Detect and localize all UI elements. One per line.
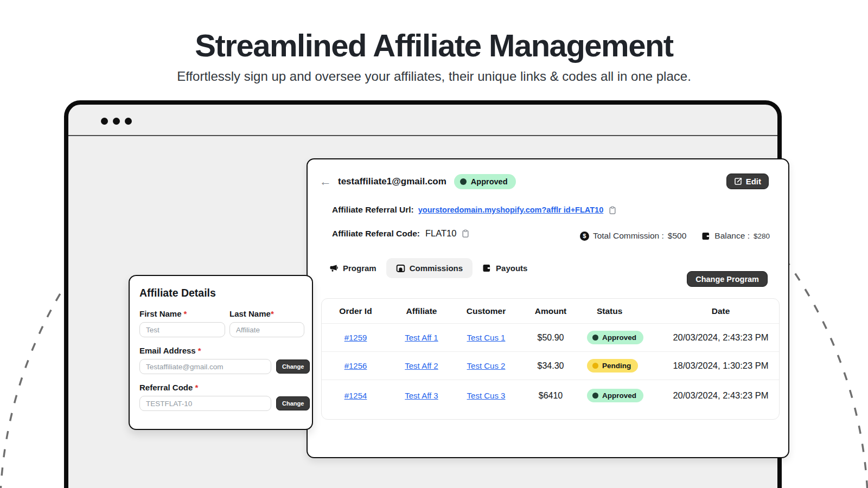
back-arrow-icon[interactable]: ← <box>320 176 331 188</box>
edit-button[interactable]: Edit <box>726 174 769 189</box>
order-id-link[interactable]: #1254 <box>344 391 367 400</box>
affiliate-detail-panel: ← testaffiliate1@gmail.com Approved Edit… <box>307 158 789 458</box>
commissions-table: Order Id Affiliate Customer Amount Statu… <box>321 298 780 420</box>
megaphone-icon <box>329 264 339 273</box>
required-asterisk: * <box>271 309 274 318</box>
email-field[interactable] <box>139 359 271 374</box>
column-header-date: Date <box>661 306 780 316</box>
table-header-row: Order Id Affiliate Customer Amount Statu… <box>322 299 779 324</box>
customer-link[interactable]: Test Cus 2 <box>467 361 506 370</box>
column-header-order-id: Order Id <box>322 306 390 316</box>
referral-code-field[interactable] <box>139 396 271 411</box>
referral-url-row: Affiliate Referral Url: yourstoredomain.… <box>332 205 617 215</box>
customer-link[interactable]: Test Cus 3 <box>467 391 506 400</box>
date-value: 20/03/2024, 2:43:23 PM <box>661 332 780 343</box>
copy-code-icon[interactable] <box>461 229 470 238</box>
status-badge-label: Approved <box>471 177 508 186</box>
column-header-amount: Amount <box>519 306 583 316</box>
wallet-icon <box>482 264 492 272</box>
status-dot-icon <box>592 393 598 399</box>
date-value: 18/03/2024, 1:30:23 PM <box>661 361 780 371</box>
title-bar-divider <box>68 135 777 136</box>
referral-code-form-label: Referral Code* <box>139 383 302 392</box>
referral-url-label: Affiliate Referral Url: <box>332 205 414 215</box>
status-dot-icon <box>592 363 598 369</box>
change-email-button[interactable]: Change <box>276 359 310 374</box>
status-badge-label: Pending <box>602 362 631 370</box>
status-badge: Approved <box>587 389 643 402</box>
balance-stat: Balance :$280 <box>701 231 770 241</box>
table-row: #1259 Test Aff 1 Test Cus 1 $50.90 Appro… <box>322 324 779 352</box>
total-commission-stat: $ Total Commission : $500 <box>580 231 686 241</box>
status-dot-icon <box>460 178 467 185</box>
affiliate-email: testaffiliate1@gmail.com <box>338 176 446 187</box>
affiliate-link[interactable]: Test Aff 3 <box>405 391 438 400</box>
referral-code-field-row: Change <box>139 396 302 411</box>
date-value: 20/03/2024, 2:43:23 PM <box>661 390 780 401</box>
edit-icon <box>734 177 742 185</box>
referral-url-link[interactable]: yourstoredomain.myshopify.com?afflr id+F… <box>418 206 603 214</box>
tab-commissions[interactable]: Commissions <box>386 258 473 278</box>
copy-url-icon[interactable] <box>608 206 617 215</box>
tab-program[interactable]: Program <box>320 258 386 278</box>
referral-code-label: Affiliate Referal Code: <box>332 229 420 239</box>
required-asterisk: * <box>184 309 187 318</box>
dollar-coin-icon: $ <box>580 232 589 241</box>
column-header-customer: Customer <box>454 306 519 316</box>
email-field-row: Change <box>139 359 302 374</box>
affiliate-link[interactable]: Test Aff 2 <box>405 361 438 370</box>
affiliate-link[interactable]: Test Aff 1 <box>405 333 438 342</box>
total-commission-value: $500 <box>668 231 686 241</box>
required-asterisk: * <box>195 383 198 392</box>
affiliate-details-form: Affiliate Details First Name* Last Name*… <box>129 275 313 430</box>
column-header-status: Status <box>583 306 661 316</box>
browser-title-bar <box>68 105 777 135</box>
first-name-label: First Name* <box>139 309 225 318</box>
form-title: Affiliate Details <box>139 287 302 299</box>
page: Streamlined Affiliate Management Effortl… <box>0 0 868 488</box>
tab-commissions-label: Commissions <box>410 264 463 273</box>
page-title: Streamlined Affiliate Management <box>0 27 868 63</box>
window-control-dots-icon <box>101 118 132 125</box>
detail-header: ← testaffiliate1@gmail.com Approved Edit <box>320 174 769 189</box>
stats-row: $ Total Commission : $500 Balance :$280 <box>580 231 770 241</box>
cash-icon <box>396 264 405 273</box>
change-program-button[interactable]: Change Program <box>687 271 768 287</box>
detail-tabs: Program Commissions Payouts <box>320 258 537 278</box>
status-badge-label: Approved <box>602 391 636 400</box>
referral-code-value: FLAT10 <box>425 228 456 239</box>
last-name-field[interactable] <box>229 322 304 337</box>
page-subtitle: Effortlessly sign up and oversee your af… <box>0 69 868 84</box>
last-name-label: Last Name* <box>229 309 304 318</box>
email-label: Email Address* <box>139 346 302 355</box>
wallet-icon <box>701 232 711 240</box>
table-row: #1256 Test Aff 2 Test Cus 2 $34.30 Pendi… <box>322 352 779 380</box>
balance-label: Balance : <box>714 231 750 241</box>
status-dot-icon <box>592 335 598 341</box>
balance-value: $280 <box>754 232 770 240</box>
referral-code-row: Affiliate Referal Code: FLAT10 <box>332 228 470 239</box>
column-header-affiliate: Affiliate <box>390 306 454 316</box>
status-badge: Pending <box>587 359 638 373</box>
customer-link[interactable]: Test Cus 1 <box>467 333 506 342</box>
total-commission-label: Total Commission : <box>593 231 664 241</box>
tab-program-label: Program <box>343 264 376 273</box>
status-badge-label: Approved <box>602 333 636 342</box>
window-dot-icon <box>113 118 120 125</box>
change-referral-code-button[interactable]: Change <box>276 396 310 410</box>
amount-value: $6410 <box>519 391 583 401</box>
required-asterisk: * <box>198 346 201 355</box>
window-dot-icon <box>101 118 108 125</box>
window-dot-icon <box>125 118 132 125</box>
tab-payouts[interactable]: Payouts <box>473 258 537 278</box>
first-name-field[interactable] <box>139 322 225 337</box>
amount-value: $50.90 <box>519 333 583 343</box>
amount-value: $34.30 <box>519 361 583 371</box>
name-fields-row: First Name* Last Name* <box>139 309 302 337</box>
order-id-link[interactable]: #1259 <box>344 333 367 342</box>
edit-button-label: Edit <box>746 177 761 186</box>
status-badge: Approved <box>587 331 643 344</box>
tab-payouts-label: Payouts <box>496 264 527 273</box>
table-row: #1254 Test Aff 3 Test Cus 3 $6410 Approv… <box>322 380 779 411</box>
order-id-link[interactable]: #1256 <box>344 361 367 370</box>
